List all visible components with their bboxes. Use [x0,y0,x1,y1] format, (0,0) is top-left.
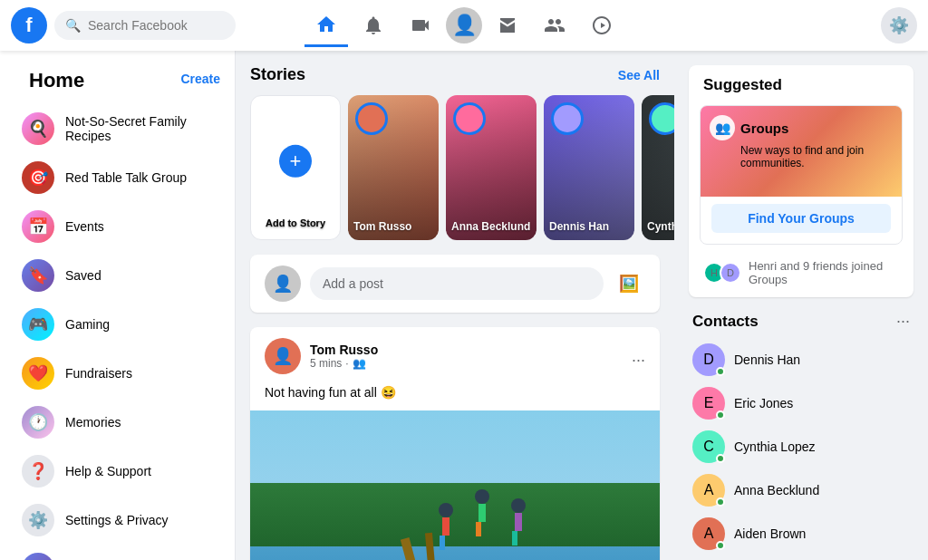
contacts-section: Contacts ··· D Dennis Han E Eric Jones [689,312,914,560]
post-input[interactable]: Add a post [310,267,604,300]
post-more-button[interactable]: ... [632,347,645,366]
groups-card-desc: New ways to find and join communities. [740,144,893,169]
groups-card-image: 👥 Groups New ways to find and join commu… [701,106,902,197]
help-icon: ❓ [22,455,54,488]
story-avatar-dennis [551,102,584,135]
story-name-anna: Anna Becklund [451,220,531,233]
sidebar-item-memories[interactable]: 🕐 Memories [7,399,227,446]
suggested-section: Suggested 👥 Groups New ways to find and … [689,65,914,297]
current-user-avatar: 👤 [265,266,301,302]
svg-rect-10 [476,522,481,536]
nav-messenger-button[interactable] [580,4,624,47]
sidebar-item-label: Help & Support [65,464,151,478]
online-indicator [716,410,725,420]
add-photo-button[interactable]: 🖼️ [613,267,645,300]
contact-item-eric[interactable]: E Eric Jones [689,381,914,425]
online-indicator [716,454,725,463]
svg-rect-9 [478,504,486,522]
post-box: 👤 Add a post 🖼️ [250,255,660,313]
post-meta: 5 mins · 👥 [310,357,623,370]
sidebar-item-help[interactable]: ❓ Help & Support [7,448,227,495]
contact-avatar-dennis: D [692,343,725,376]
sidebar-item-settings[interactable]: ⚙️ Settings & Privacy [7,497,227,544]
main-feed: Stories See All + Add to Story Tom Russo… [236,51,674,560]
search-input[interactable] [88,18,225,33]
groups-card-title: Groups [740,121,788,136]
stories-header: Stories See All [250,65,660,84]
nav-left: f 🔍 [11,7,246,43]
sidebar-item-events[interactable]: 📅 Events [7,203,227,250]
sidebar-item-seemore[interactable]: ⋯ See More ▼ [7,546,227,560]
contact-item-betty[interactable]: B Betty Chen [689,555,914,560]
contact-item-aiden[interactable]: A Aiden Brown [689,512,914,555]
contact-item-dennis[interactable]: D Dennis Han [689,338,914,381]
saved-icon: 🔖 [22,259,54,292]
contact-item-anna[interactable]: A Anna Becklund [689,468,914,512]
sidebar-item-fundraisers[interactable]: ❤️ Fundraisers [7,350,227,397]
online-indicator [716,497,725,507]
sidebar-item-label: Red Table Talk Group [65,170,187,185]
post-separator: · [345,357,348,370]
post-user-avatar: 👤 [265,338,301,374]
svg-rect-6 [442,517,450,536]
add-story-icon: + [279,145,312,178]
add-story-card[interactable]: + Add to Story [250,95,341,240]
friends-avatars: H D [703,262,741,284]
sidebar-item-redtable[interactable]: 🎯 Red Table Talk Group [7,154,227,201]
groups-icon: 👥 [710,115,735,140]
search-bar[interactable]: 🔍 [54,11,236,40]
nav-groups-button[interactable] [533,4,576,47]
friend-avatar-2: D [720,262,741,284]
friends-joined-text: Henri and 9 friends joined Groups [749,259,899,286]
feed-post: 👤 Tom Russo 5 mins · 👥 ... Not having fu… [250,327,660,560]
find-groups-button[interactable]: Find Your Groups [711,204,891,233]
sidebar-item-recipes[interactable]: 🍳 Not-So-Secret Family Recipes [7,105,227,152]
top-navigation: f 🔍 👤 ⚙️ [0,0,928,51]
sidebar-item-saved[interactable]: 🔖 Saved [7,252,227,299]
story-card-anna[interactable]: Anna Becklund [446,95,536,240]
settings-nav-button[interactable]: ⚙️ [881,7,917,43]
nav-home-button[interactable] [304,4,348,47]
story-avatar-anna [453,102,486,135]
story-avatar-tom [355,102,388,135]
main-layout: Home Create 🍳 Not-So-Secret Family Recip… [0,51,928,560]
search-icon: 🔍 [65,18,81,33]
svg-point-5 [439,503,453,517]
story-name-cynthia: Cynthia Lopez [647,220,674,233]
story-card-tom[interactable]: Tom Russo [348,95,439,240]
post-visibility-icon: 👥 [353,357,366,370]
contact-name: Cynthia Lopez [734,439,816,454]
nav-store-button[interactable] [486,4,529,47]
post-user-name[interactable]: Tom Russo [310,343,623,357]
contacts-title: Contacts [692,313,759,331]
create-button[interactable]: Create [180,72,220,86]
contact-item-cynthia[interactable]: C Cynthia Lopez [689,425,914,468]
recipes-icon: 🍳 [22,112,54,145]
contact-avatar-eric: E [692,387,725,420]
stories-section: Stories See All + Add to Story Tom Russo… [250,65,660,240]
sidebar-item-gaming[interactable]: 🎮 Gaming [7,301,227,348]
online-indicator [716,541,725,550]
see-all-stories-button[interactable]: See All [618,68,660,82]
gaming-icon: 🎮 [22,308,54,341]
nav-center: 👤 [304,4,624,47]
stories-title: Stories [250,65,305,84]
memories-icon: 🕐 [22,406,54,439]
svg-rect-7 [440,536,445,550]
story-card-dennis[interactable]: Dennis Han [544,95,634,240]
facebook-logo[interactable]: f [11,7,47,43]
stories-row: + Add to Story Tom Russo Anna Becklund D… [250,95,660,240]
nav-notifications-button[interactable] [352,4,395,47]
contact-avatar-anna: A [692,474,725,507]
post-text: Not having fun at all 😆 [250,385,660,410]
story-card-cynthia[interactable]: Cynthia Lopez [642,95,674,240]
svg-point-11 [511,498,526,513]
nav-video-button[interactable] [399,4,442,47]
story-name-tom: Tom Russo [353,220,433,233]
post-header: 👤 Tom Russo 5 mins · 👥 ... [250,327,660,385]
user-avatar-nav[interactable]: 👤 [446,7,482,43]
nav-right: ⚙️ [682,7,917,43]
contacts-more-button[interactable]: ··· [896,312,910,331]
online-indicator [716,367,725,376]
contacts-header: Contacts ··· [689,312,914,331]
